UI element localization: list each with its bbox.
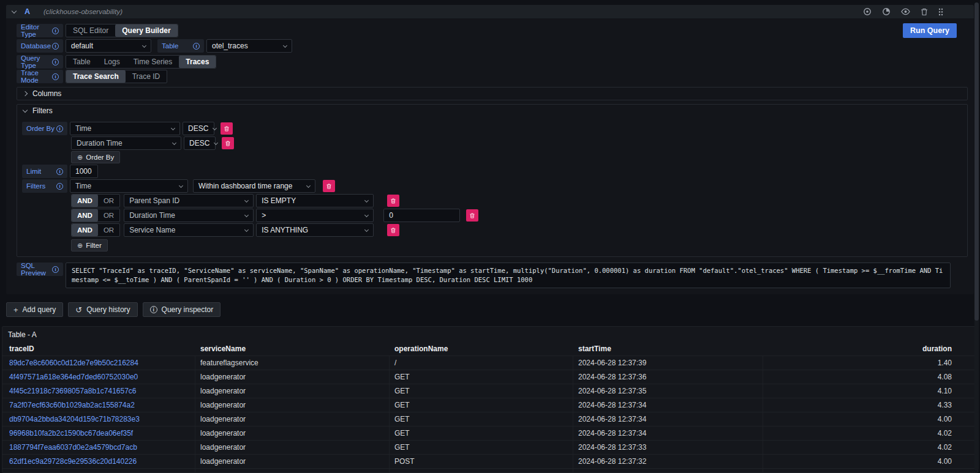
filter-operator-select[interactable]: IS EMPTY bbox=[256, 194, 374, 207]
remove-order-by-button[interactable] bbox=[221, 122, 233, 135]
or-option[interactable]: OR bbox=[98, 195, 119, 207]
order-by-field-select[interactable]: Duration Time bbox=[71, 136, 181, 150]
info-icon[interactable]: i bbox=[52, 73, 59, 80]
order-by-direction-value: DESC bbox=[189, 139, 209, 147]
column-header-duration[interactable]: duration bbox=[763, 345, 978, 353]
operation-name-cell: GET bbox=[390, 441, 573, 454]
query-type-option-traces[interactable]: Traces bbox=[179, 56, 216, 68]
info-icon[interactable]: i bbox=[193, 43, 200, 50]
filter-operator-select[interactable]: > bbox=[256, 209, 374, 222]
query-history-button[interactable]: ↺ Query history bbox=[68, 302, 137, 317]
info-icon[interactable]: i bbox=[56, 125, 63, 132]
plus-icon: + bbox=[13, 306, 18, 314]
chevron-down-icon bbox=[214, 140, 218, 144]
trace-id-link[interactable]: 89dc7e8c6060c0d12de7e9b50c216284 bbox=[2, 356, 195, 370]
info-icon[interactable]: i bbox=[56, 183, 63, 190]
vertical-scrollbar[interactable] bbox=[974, 2, 979, 471]
filter-operator-select[interactable]: Within dashboard time range bbox=[193, 179, 315, 193]
duplicate-icon[interactable] bbox=[863, 7, 872, 16]
query-type-option-logs[interactable]: Logs bbox=[97, 56, 127, 68]
add-query-button[interactable]: + Add query bbox=[6, 302, 63, 317]
trace-id-link[interactable]: db9704a2bbda34204d159c71b78283e3 bbox=[2, 412, 195, 426]
trash-icon[interactable] bbox=[921, 8, 928, 16]
operation-name-cell: GET bbox=[390, 469, 573, 472]
trace-id-link[interactable]: e91c3645f04fa5e58adcd0758e1ea127 bbox=[2, 469, 195, 472]
drag-handle-icon[interactable] bbox=[938, 8, 943, 16]
filter-operator-select[interactable]: IS ANYTHING bbox=[256, 223, 374, 237]
and-option[interactable]: AND bbox=[72, 224, 98, 236]
or-option[interactable]: OR bbox=[98, 224, 119, 236]
order-by-field-select[interactable]: Time bbox=[70, 122, 180, 135]
filter-condition-row: AND OR Service Name IS ANYTHING bbox=[71, 223, 962, 237]
table-body-wrap: traceIDserviceNameoperationNamestartTime… bbox=[2, 342, 978, 472]
filter-field-select[interactable]: Parent Span ID bbox=[124, 194, 254, 207]
add-filter-button[interactable]: ⊕ Filter bbox=[71, 239, 108, 251]
query-type-option-table[interactable]: Table bbox=[66, 56, 97, 68]
query-inspector-button[interactable]: i Query inspector bbox=[143, 302, 221, 317]
trace-id-link[interactable]: 62df1ec9a29728c9e29536c20d140226 bbox=[2, 455, 195, 468]
remove-filter-button[interactable] bbox=[323, 180, 335, 192]
filter-field-select[interactable]: Time bbox=[70, 179, 188, 193]
filters-section-header[interactable]: Filters bbox=[17, 105, 967, 117]
columns-section-header[interactable]: Columns bbox=[17, 88, 967, 100]
trace-id-link[interactable]: 1887794f7eaa6037d0e2a4579bcd7acb bbox=[2, 441, 195, 454]
query-row-header[interactable]: A (clickhouse-observability) bbox=[6, 5, 974, 18]
filter-field-select[interactable]: Service Name bbox=[124, 223, 254, 237]
info-icon[interactable]: i bbox=[52, 43, 59, 50]
remove-filter-button[interactable] bbox=[387, 195, 399, 207]
remove-filter-button[interactable] bbox=[466, 209, 478, 222]
database-value: default bbox=[71, 42, 93, 50]
filters-section-title: Filters bbox=[32, 106, 53, 115]
trace-mode-radio-group: Trace Search Trace ID bbox=[66, 70, 167, 83]
trace-id-link[interactable]: 7a2f07ecf63c60b1029ab2ac155874a2 bbox=[2, 398, 195, 412]
remove-filter-button[interactable] bbox=[387, 224, 399, 236]
filter-field-select[interactable]: Duration Time bbox=[124, 209, 254, 222]
trace-mode-option-trace-search[interactable]: Trace Search bbox=[66, 70, 126, 83]
and-option[interactable]: AND bbox=[72, 209, 98, 222]
columns-section-title: Columns bbox=[32, 89, 61, 98]
info-icon[interactable]: i bbox=[52, 28, 59, 34]
editor-type-option-sql-editor[interactable]: SQL Editor bbox=[66, 24, 115, 37]
column-header-operationname[interactable]: operationName bbox=[390, 345, 573, 353]
column-header-starttime[interactable]: startTime bbox=[573, 345, 763, 353]
order-by-direction-select[interactable]: DESC bbox=[183, 122, 214, 135]
service-name-cell: loadgenerator bbox=[195, 398, 390, 412]
trace-id-link[interactable]: 4f45c21918c73698057a8b1c741657c6 bbox=[2, 384, 195, 398]
filter-value-input[interactable] bbox=[383, 209, 460, 222]
remove-order-by-button[interactable] bbox=[222, 137, 234, 149]
table-value: otel_traces bbox=[212, 42, 248, 50]
table-panel-header[interactable]: Table - A bbox=[2, 327, 978, 342]
editor-type-option-query-builder[interactable]: Query Builder bbox=[115, 24, 177, 37]
filter-operator-value: Within dashboard time range bbox=[198, 182, 292, 190]
query-type-radio-group: Table Logs Time Series Traces bbox=[66, 55, 216, 69]
query-type-label-text: Query Type bbox=[21, 54, 52, 69]
table-select[interactable]: otel_traces bbox=[206, 39, 292, 53]
and-option[interactable]: AND bbox=[72, 195, 98, 207]
collapse-chevron-icon[interactable] bbox=[12, 8, 17, 13]
column-header-traceid[interactable]: traceID bbox=[2, 345, 195, 353]
limit-input[interactable] bbox=[70, 165, 98, 178]
service-name-cell: featureflagservice bbox=[195, 356, 390, 370]
info-icon[interactable]: i bbox=[52, 59, 59, 65]
eye-icon[interactable] bbox=[901, 8, 910, 15]
database-select[interactable]: default bbox=[66, 39, 151, 53]
history-icon[interactable] bbox=[882, 7, 891, 16]
limit-label: Limit i bbox=[22, 165, 67, 178]
query-type-option-time-series[interactable]: Time Series bbox=[127, 56, 179, 68]
order-by-direction-select[interactable]: DESC bbox=[184, 136, 216, 150]
add-order-by-button[interactable]: ⊕ Order By bbox=[71, 151, 120, 163]
info-icon[interactable]: i bbox=[52, 266, 59, 273]
chevron-down-icon bbox=[142, 43, 146, 47]
scrollbar-thumb[interactable] bbox=[974, 2, 979, 321]
or-option[interactable]: OR bbox=[98, 209, 119, 222]
trace-id-link[interactable]: 96968b10fa2b2c1590bc67dea06ef35f bbox=[2, 426, 195, 440]
order-by-direction-value: DESC bbox=[188, 124, 208, 133]
order-by-field-value: Duration Time bbox=[77, 139, 123, 147]
column-header-servicename[interactable]: serviceName bbox=[195, 345, 390, 353]
chevron-down-icon bbox=[23, 107, 28, 112]
info-icon[interactable]: i bbox=[56, 168, 63, 175]
trace-id-link[interactable]: 4f497571a618e364ed7ded60752030e0 bbox=[2, 370, 195, 384]
service-name-cell: loadgenerator bbox=[195, 412, 390, 426]
run-query-button[interactable]: Run Query bbox=[903, 23, 957, 38]
trace-mode-option-trace-id[interactable]: Trace ID bbox=[126, 70, 167, 83]
